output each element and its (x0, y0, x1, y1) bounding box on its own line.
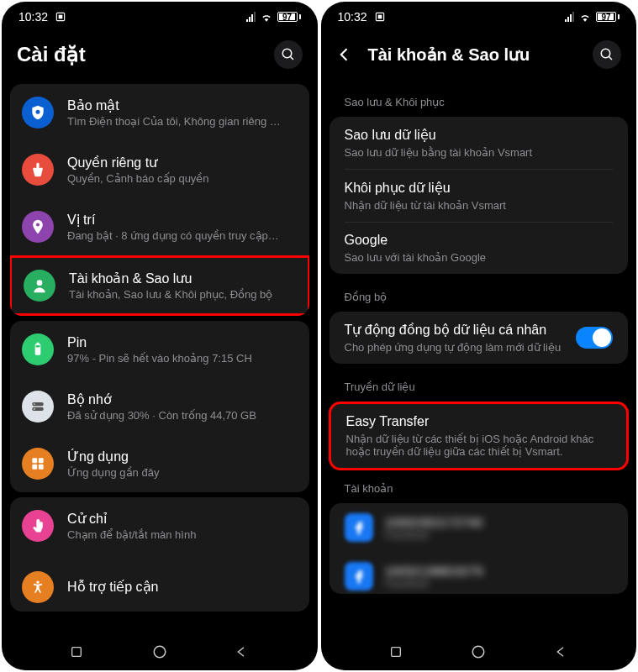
nav-recent[interactable] (60, 635, 93, 669)
gesture-icon (22, 510, 54, 542)
page-title: Tài khoản & Sao lưu (368, 45, 530, 65)
item-gesture[interactable]: Cử chỉ Chạm để bật/tắt màn hình (10, 497, 309, 554)
svg-rect-25 (391, 648, 400, 657)
item-label: Sao lưu dữ liệu (345, 127, 614, 143)
item-label: Tài khoản & Sao lưu (69, 270, 296, 286)
item-sub: Cho phép ứng dụng tự động làm mới dữ liệ… (345, 341, 567, 354)
item-label: Easy Transfer (346, 414, 612, 429)
facebook-icon (345, 513, 373, 542)
section-sync: Đồng bộ (330, 279, 629, 312)
search-button[interactable] (274, 40, 303, 69)
signal-icon (246, 12, 256, 22)
account-id: 10002302172740 (385, 515, 483, 529)
accessibility-icon (22, 571, 54, 603)
search-icon (281, 47, 296, 62)
item-backup-data[interactable]: Sao lưu dữ liệu Sao lưu dữ liệu bằng tài… (330, 117, 629, 169)
svg-point-6 (37, 280, 43, 286)
battery-icon: 97 (277, 12, 301, 22)
item-security[interactable]: Bảo mật Tìm Điện thoại Của tôi, Không gi… (10, 84, 309, 141)
svg-point-26 (473, 646, 485, 658)
item-sub: Ứng dụng gần đây (67, 466, 298, 479)
svg-rect-9 (36, 345, 40, 348)
item-auto-sync[interactable]: Tự động đồng bộ dữ liệu cá nhân Cho phép… (330, 312, 629, 364)
item-sub: 97% - Pin sẽ hết vào khoảng 7:15 CH (67, 352, 298, 365)
status-bar: 10:32 97 (2, 2, 318, 32)
phone-right: 10:32 97 Tài khoản & Sao lưu (321, 2, 637, 670)
item-sub: Sao lưu với tài khoản Google (345, 251, 614, 264)
item-label: Tự động đồng bộ dữ liệu cá nhân (345, 322, 567, 338)
item-sub: Đã sử dụng 30% · Còn trống 44,70 GB (67, 409, 298, 422)
battery-icon: 97 (596, 12, 620, 22)
phone-left: 10:32 97 Cài đặt (2, 2, 318, 670)
section-backup-restore: Sao lưu & Khôi phục (330, 84, 629, 117)
nav-bar (2, 633, 318, 670)
svg-line-3 (290, 56, 293, 60)
item-location[interactable]: Vị trí Đang bật · 8 ứng dụng có quyền tr… (10, 198, 309, 255)
item-label: Quyền riêng tư (67, 155, 298, 171)
battery-circle-icon (22, 333, 54, 365)
auto-sync-toggle[interactable] (576, 327, 613, 349)
backup-list[interactable]: Sao lưu & Khôi phục Sao lưu dữ liệu Sao … (321, 84, 637, 633)
svg-rect-14 (32, 458, 37, 463)
nav-back[interactable] (225, 635, 259, 669)
account-row[interactable]: 10002302172740 Facebook (330, 503, 629, 552)
item-google[interactable]: Google Sao lưu với tài khoản Google (330, 223, 629, 274)
shield-icon (22, 97, 54, 129)
location-icon (22, 211, 54, 243)
signal-icon (565, 12, 574, 22)
item-label: Pin (67, 335, 298, 350)
search-button[interactable] (593, 40, 621, 69)
nav-back[interactable] (545, 635, 578, 669)
section-transfer: Truyền dữ liệu (330, 369, 629, 402)
svg-point-13 (34, 408, 35, 410)
search-icon (599, 47, 614, 62)
hand-icon (22, 154, 54, 186)
item-account-backup[interactable]: Tài khoản & Sao lưu Tài khoản, Sao lưu &… (10, 255, 309, 316)
person-icon (24, 270, 55, 302)
item-label: Bộ nhớ (67, 391, 298, 407)
nav-recent[interactable] (379, 635, 413, 669)
svg-point-12 (34, 403, 35, 405)
item-sub: Đang bật · 8 ứng dụng có quyền truy cập… (67, 229, 298, 242)
svg-rect-8 (36, 343, 39, 344)
item-sub: Chạm để bật/tắt màn hình (67, 528, 298, 541)
settings-header: Cài đặt (2, 32, 318, 84)
page-title: Cài đặt (17, 43, 86, 66)
item-sub: Nhận dữ liệu từ tài khoản Vsmart (345, 199, 614, 212)
svg-point-18 (36, 581, 39, 584)
status-time: 10:32 (338, 10, 367, 24)
svg-point-5 (36, 223, 40, 226)
item-sub: Tìm Điện thoại Của tôi, Không gian riêng… (67, 115, 298, 128)
item-label: Ứng dụng (67, 449, 298, 465)
item-restore-data[interactable]: Khôi phục dữ liệu Nhận dữ liệu từ tài kh… (330, 170, 629, 222)
item-privacy[interactable]: Quyền riêng tư Quyền, Cảnh báo cấp quyền (10, 141, 309, 198)
item-label: Cử chỉ (67, 511, 298, 527)
wifi-icon (261, 12, 272, 22)
settings-list[interactable]: Bảo mật Tìm Điện thoại Của tôi, Không gi… (2, 84, 318, 633)
item-label: Google (345, 233, 614, 248)
backup-header: Tài khoản & Sao lưu (321, 32, 637, 84)
item-label: Vị trí (67, 212, 298, 228)
status-time: 10:32 (18, 10, 48, 24)
svg-point-4 (36, 110, 40, 114)
item-accessibility[interactable]: Hỗ trợ tiếp cận (10, 554, 309, 612)
item-easy-transfer[interactable]: Easy Transfer Nhận dữ liệu từ các thiết … (331, 404, 627, 468)
account-row[interactable]: 10032138823279 Facebook (330, 552, 629, 594)
screenshot-icon (55, 11, 66, 23)
nav-bar (321, 633, 637, 670)
item-sub: Sao lưu dữ liệu bằng tài khoản Vsmart (345, 146, 614, 159)
item-battery[interactable]: Pin 97% - Pin sẽ hết vào khoảng 7:15 CH (10, 321, 309, 378)
item-sub: Tài khoản, Sao lưu & Khôi phục, Đồng bộ (69, 288, 296, 301)
item-storage[interactable]: Bộ nhớ Đã sử dụng 30% · Còn trống 44,70 … (10, 378, 309, 435)
item-apps[interactable]: Ứng dụng Ứng dụng gần đây (10, 435, 309, 492)
back-button[interactable] (336, 46, 353, 63)
svg-rect-15 (39, 458, 44, 463)
account-provider: Facebook (385, 529, 483, 541)
svg-line-24 (609, 56, 612, 60)
account-provider: Facebook (385, 578, 483, 590)
screenshot-icon (374, 11, 386, 23)
svg-point-23 (601, 49, 610, 58)
nav-home[interactable] (461, 635, 495, 669)
section-accounts: Tài khoản (330, 470, 629, 503)
nav-home[interactable] (143, 635, 177, 669)
